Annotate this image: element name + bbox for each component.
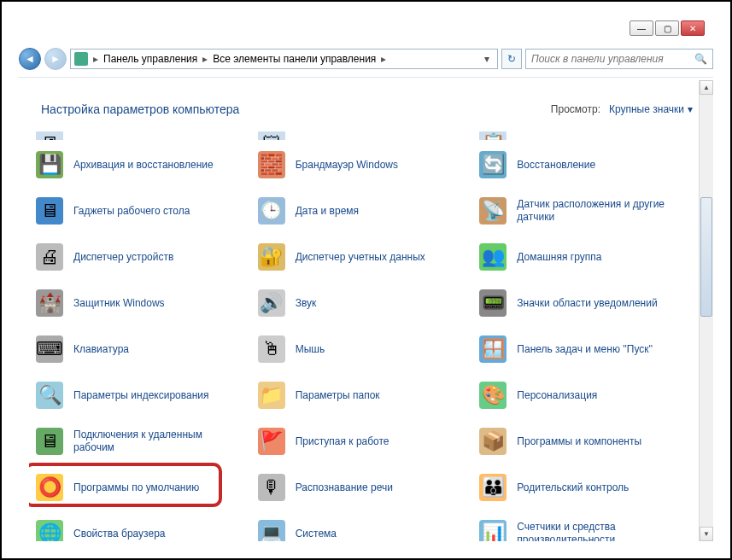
item-icon: ⭕ xyxy=(36,474,63,501)
scroll-track[interactable] xyxy=(700,95,713,527)
item-icon: 📋 xyxy=(479,131,507,140)
control-panel-item[interactable]: 🪟Панель задач и меню ''Пуск'' xyxy=(472,328,688,370)
vertical-scrollbar[interactable]: ▲ ▼ xyxy=(699,80,713,541)
control-panel-item[interactable]: 🔐Диспетчер учетных данных xyxy=(251,236,466,278)
control-panel-item[interactable]: 🧱Брандмауэр Windows xyxy=(251,143,466,186)
content-area: 🖥🛡📋💾Архивация и восстановление🧱Брандмауэ… xyxy=(29,131,703,541)
item-icon: 🖨 xyxy=(36,243,63,271)
item-icon: 🔍 xyxy=(36,382,63,409)
chevron-down-icon: ▾ xyxy=(688,103,693,115)
item-label: Значки области уведомлений xyxy=(517,297,657,310)
item-label: Мышь xyxy=(296,343,325,356)
item-icon: 🖥 xyxy=(36,131,63,140)
item-label: Параметры папок xyxy=(296,389,380,402)
control-panel-item[interactable]: 🏰Защитник Windows xyxy=(29,282,244,324)
control-panel-item[interactable]: 🎙Распознавание речи xyxy=(251,466,466,509)
control-panel-item[interactable]: 🌐Свойства браузера xyxy=(29,512,244,541)
control-panel-item[interactable]: 👪Родительский контроль xyxy=(472,466,688,509)
item-icon: 👥 xyxy=(479,243,507,271)
item-label: Счетчики и средства производительности xyxy=(517,521,681,541)
item-icon: 👪 xyxy=(479,474,507,501)
item-icon: 🔊 xyxy=(258,289,285,317)
control-panel-item[interactable]: ⭕Программы по умолчанию xyxy=(29,466,244,509)
item-icon: 🖥 xyxy=(36,197,63,225)
item-label: Брандмауэр Windows xyxy=(296,159,398,172)
control-panel-item[interactable]: 🚩Приступая к работе xyxy=(251,420,466,463)
control-panel-item[interactable]: 📟Значки области уведомлений xyxy=(472,282,688,324)
control-panel-item[interactable]: 🖥Подключения к удаленным рабочим xyxy=(29,420,244,463)
address-bar[interactable]: ▸ Панель управления ▸ Все элементы панел… xyxy=(70,49,498,69)
scroll-down-button[interactable]: ▼ xyxy=(700,527,713,541)
item-label: Родительский контроль xyxy=(517,481,629,494)
item-icon: 🖥 xyxy=(36,428,63,455)
item-icon: 🛡 xyxy=(258,131,285,140)
item-icon: 🏰 xyxy=(36,289,63,317)
item-icon: 🧱 xyxy=(258,151,285,178)
breadcrumb-item[interactable]: Панель управления xyxy=(103,53,197,65)
item-icon: ⌨ xyxy=(36,335,63,363)
item-label: Система xyxy=(296,528,337,540)
chevron-right-icon: ▸ xyxy=(93,53,98,65)
item-label: Восстановление xyxy=(517,159,595,172)
address-dropdown-button[interactable]: ▾ xyxy=(480,53,494,65)
control-panel-item[interactable]: 📁Параметры папок xyxy=(251,374,466,417)
search-input[interactable] xyxy=(531,53,694,65)
item-icon: 🎙 xyxy=(258,474,285,501)
view-label: Просмотр: xyxy=(551,103,600,115)
control-panel-item[interactable]: 🔊Звук xyxy=(251,282,466,324)
control-panel-item[interactable]: 🖱Мышь xyxy=(251,328,466,370)
item-label: Персонализация xyxy=(517,389,597,402)
control-panel-item[interactable]: 🕒Дата и время xyxy=(251,190,466,232)
page-title: Настройка параметров компьютера xyxy=(41,102,239,116)
chevron-right-icon: ▸ xyxy=(202,53,208,65)
control-panel-item[interactable]: 🛡 xyxy=(251,131,466,140)
control-panel-item[interactable]: 💻Система xyxy=(251,512,466,541)
scroll-thumb[interactable] xyxy=(700,197,712,317)
item-icon: 📦 xyxy=(479,428,507,455)
nav-back-button[interactable]: ◄ xyxy=(19,48,41,70)
item-label: Распознавание речи xyxy=(296,481,393,494)
item-label: Панель задач и меню ''Пуск'' xyxy=(517,343,653,356)
breadcrumb-item[interactable]: Все элементы панели управления xyxy=(213,53,376,65)
item-icon: 📊 xyxy=(479,520,507,541)
nav-forward-button[interactable]: ► xyxy=(44,48,67,70)
item-icon: 📟 xyxy=(479,289,507,317)
item-icon: 🪟 xyxy=(479,335,507,363)
search-icon[interactable]: 🔍 xyxy=(694,53,707,65)
control-panel-item[interactable]: 🎨Персонализация xyxy=(472,374,688,417)
close-button[interactable]: ✕ xyxy=(681,20,705,36)
item-label: Диспетчер учетных данных xyxy=(296,251,425,264)
control-panel-item[interactable]: 📡Датчик расположения и другие датчики xyxy=(472,190,688,232)
maximize-button[interactable]: ▢ xyxy=(655,20,679,36)
item-icon: 🔄 xyxy=(479,151,507,178)
item-icon: 🌐 xyxy=(36,520,63,541)
control-panel-item[interactable]: 🖥Гаджеты рабочего стола xyxy=(29,190,244,232)
item-label: Программы и компоненты xyxy=(517,435,641,448)
item-label: Параметры индексирования xyxy=(73,389,208,402)
item-label: Клавиатура xyxy=(73,343,129,356)
control-panel-item[interactable]: 🔍Параметры индексирования xyxy=(29,374,244,417)
scroll-up-button[interactable]: ▲ xyxy=(700,80,713,95)
item-icon: 🖱 xyxy=(258,335,285,363)
control-panel-item[interactable]: 🖨Диспетчер устройств xyxy=(29,236,244,278)
control-panel-item[interactable]: 📦Программы и компоненты xyxy=(472,420,688,463)
view-mode-dropdown[interactable]: Крупные значки ▾ xyxy=(609,103,693,115)
control-panel-item[interactable]: ⌨Клавиатура xyxy=(29,328,244,370)
item-icon: 📁 xyxy=(258,382,285,409)
search-box[interactable]: 🔍 xyxy=(525,49,713,69)
item-icon: 🕒 xyxy=(258,197,285,225)
control-panel-item[interactable]: 💾Архивация и восстановление xyxy=(29,143,244,186)
minimize-button[interactable]: — xyxy=(630,20,653,36)
item-label: Защитник Windows xyxy=(73,297,165,310)
control-panel-item[interactable]: 🖥 xyxy=(29,131,244,140)
control-panel-item[interactable]: 📊Счетчики и средства производительности xyxy=(472,512,688,541)
item-label: Приступая к работе xyxy=(296,435,389,448)
refresh-button[interactable]: ↻ xyxy=(501,49,522,69)
item-icon: 💾 xyxy=(36,151,63,178)
control-panel-icon xyxy=(74,52,88,66)
item-label: Свойства браузера xyxy=(73,528,166,540)
control-panel-item[interactable]: 📋 xyxy=(472,131,688,140)
view-mode-value: Крупные значки xyxy=(609,103,684,115)
control-panel-item[interactable]: 🔄Восстановление xyxy=(472,143,688,186)
control-panel-item[interactable]: 👥Домашняя группа xyxy=(472,236,688,278)
